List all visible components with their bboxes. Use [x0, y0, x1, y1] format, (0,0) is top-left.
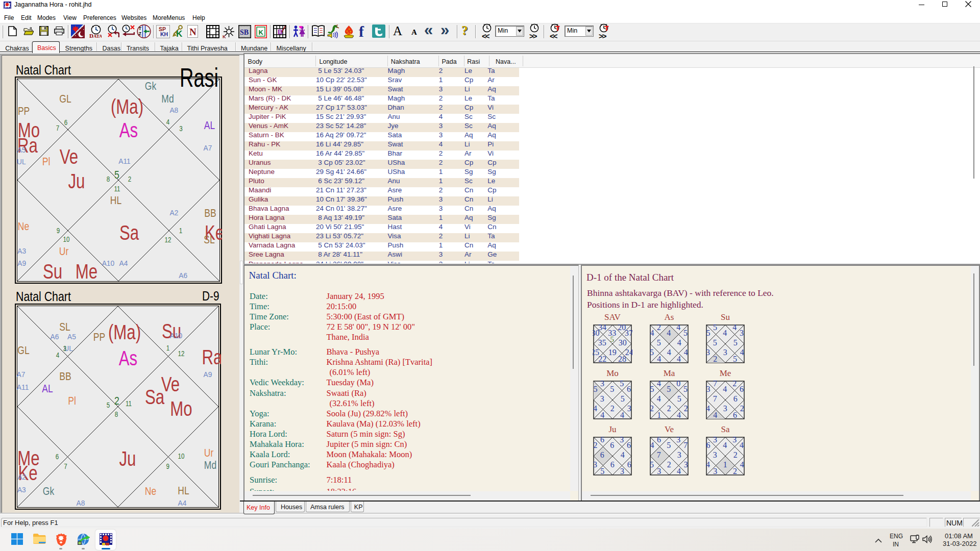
- svg-text:DATA: DATA: [89, 33, 102, 38]
- svg-text:4: 4: [667, 329, 671, 337]
- svg-text:SAV: SAV: [604, 314, 621, 322]
- svg-text:30: 30: [593, 329, 600, 337]
- svg-text:Ur: Ur: [204, 446, 214, 459]
- svg-text:3: 3: [620, 436, 624, 444]
- svg-text:HL: HL: [110, 194, 121, 207]
- svg-text:6: 6: [657, 436, 661, 444]
- svg-text:7: 7: [713, 395, 717, 404]
- svg-text:5: 5: [667, 385, 671, 393]
- svg-text:5: 5: [620, 380, 624, 388]
- svg-text:7: 7: [683, 441, 688, 449]
- svg-text:3: 3: [723, 348, 727, 357]
- svg-text:5: 5: [677, 395, 681, 404]
- svg-text:Me: Me: [76, 260, 97, 283]
- svg-text:Su: Su: [721, 314, 730, 322]
- svg-text:5: 5: [656, 338, 660, 347]
- svg-text:6: 6: [610, 460, 615, 469]
- svg-text:2: 2: [128, 175, 131, 184]
- svg-text:3: 3: [620, 467, 624, 475]
- svg-text:6: 6: [56, 453, 59, 461]
- svg-text:A4: A4: [119, 259, 128, 267]
- svg-text:6: 6: [740, 385, 744, 393]
- svg-text:4: 4: [723, 329, 727, 337]
- svg-text:3: 3: [600, 395, 604, 404]
- svg-text:A4: A4: [178, 499, 187, 507]
- svg-text:4: 4: [56, 351, 59, 360]
- svg-text:3: 3: [713, 436, 717, 444]
- svg-text:3: 3: [593, 460, 597, 469]
- svg-text:4: 4: [650, 441, 654, 449]
- svg-text:5: 5: [650, 460, 654, 469]
- svg-text:4: 4: [740, 460, 744, 469]
- svg-text:24: 24: [625, 348, 632, 357]
- svg-text:7: 7: [713, 380, 717, 388]
- svg-text:1: 1: [166, 344, 169, 353]
- svg-text:Sa: Sa: [721, 427, 729, 434]
- svg-text:Ra: Ra: [202, 346, 221, 369]
- svg-text:12: 12: [165, 236, 172, 244]
- svg-text:A7: A7: [17, 370, 26, 379]
- svg-text:Ju: Ju: [119, 447, 136, 470]
- svg-text:A9: A9: [204, 370, 212, 378]
- svg-text:As: As: [119, 119, 138, 142]
- svg-text:3: 3: [713, 467, 717, 475]
- svg-text:0: 0: [676, 380, 680, 388]
- svg-text:5: 5: [107, 401, 110, 410]
- svg-text:2: 2: [713, 355, 717, 363]
- svg-text:9: 9: [57, 227, 60, 235]
- svg-text:A10: A10: [102, 259, 115, 267]
- svg-text:A3: A3: [17, 247, 26, 255]
- svg-text:2: 2: [650, 404, 654, 413]
- svg-text:Z: Z: [139, 31, 142, 36]
- svg-text:5: 5: [650, 348, 654, 357]
- svg-text:2: 2: [114, 394, 119, 407]
- svg-text:As: As: [119, 347, 137, 370]
- svg-text:5: 5: [114, 168, 119, 181]
- svg-text:GL: GL: [17, 344, 29, 357]
- svg-text:AL: AL: [204, 119, 215, 132]
- svg-text:4: 4: [677, 411, 681, 419]
- svg-text:A9: A9: [17, 259, 26, 267]
- svg-text:3: 3: [179, 124, 182, 133]
- svg-text:3: 3: [706, 348, 710, 357]
- svg-text:BB: BB: [59, 370, 71, 383]
- svg-text:6: 6: [627, 441, 631, 449]
- svg-text:5: 5: [600, 467, 604, 475]
- svg-text:A7: A7: [204, 143, 212, 152]
- svg-text:3: 3: [732, 436, 737, 444]
- svg-text:T: T: [139, 26, 142, 31]
- svg-text:2: 2: [657, 323, 661, 332]
- svg-text:Su: Su: [43, 260, 62, 283]
- svg-text:9: 9: [166, 462, 169, 471]
- svg-text:f: f: [359, 24, 364, 38]
- svg-text:Ve: Ve: [665, 427, 674, 434]
- svg-text:Pl: Pl: [42, 155, 51, 168]
- svg-text:Mo: Mo: [170, 397, 192, 420]
- svg-text:5: 5: [650, 385, 654, 393]
- svg-text:4: 4: [600, 411, 604, 419]
- svg-text:A5: A5: [67, 333, 76, 341]
- svg-text:2: 2: [667, 460, 671, 469]
- svg-text:A10: A10: [170, 332, 183, 340]
- svg-text:4: 4: [656, 395, 660, 404]
- svg-text:5: 5: [706, 329, 710, 337]
- svg-text:11: 11: [126, 399, 132, 408]
- svg-text:SL: SL: [59, 320, 70, 333]
- svg-text:3: 3: [657, 467, 661, 475]
- svg-text:6: 6: [610, 441, 614, 449]
- svg-text:10: 10: [178, 452, 185, 461]
- svg-text:4: 4: [676, 323, 680, 332]
- svg-text:19: 19: [608, 348, 617, 357]
- svg-text:T: T: [556, 24, 560, 32]
- svg-text:PP: PP: [18, 105, 30, 117]
- svg-text:1: 1: [657, 411, 661, 419]
- svg-text:4: 4: [683, 348, 688, 357]
- svg-text:4: 4: [723, 385, 727, 393]
- svg-text:4: 4: [620, 411, 624, 419]
- svg-text:5: 5: [683, 329, 688, 337]
- svg-text:3: 3: [683, 460, 688, 469]
- svg-text:4: 4: [657, 380, 661, 388]
- svg-text:35: 35: [598, 338, 606, 347]
- svg-text:7: 7: [656, 451, 660, 460]
- svg-text:BB: BB: [204, 207, 216, 219]
